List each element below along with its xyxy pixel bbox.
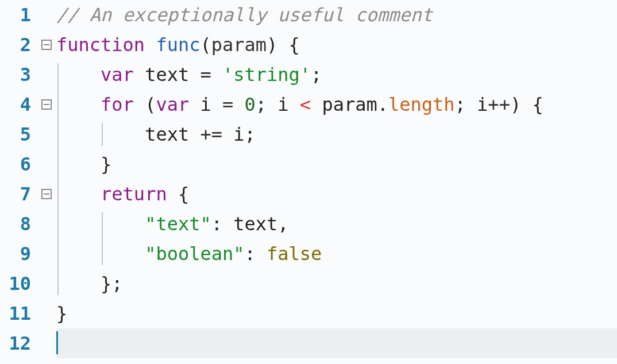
code-token: i [189,94,222,115]
code-token: var [101,64,134,86]
line-number: 6 [0,149,37,179]
code-token: } [56,153,111,175]
code-token: text [134,64,200,86]
code-token: text [56,123,200,145]
fold-cell [37,269,56,299]
code-line[interactable]: "boolean": false [56,239,617,269]
code-line[interactable]: text += i; [56,119,617,149]
line-number-gutter: 123456789101112 [0,0,37,364]
code-line[interactable]: for (var i = 0; i < param.length; i++) { [56,90,617,119]
code-token: 'string' [222,64,311,86]
code-token: : [245,243,267,265]
fold-cell [37,299,56,328]
line-number: 12 [0,328,37,358]
code-token [56,94,101,115]
fold-cell [37,0,56,30]
fold-cell [37,149,56,179]
code-token: func [156,34,200,56]
fold-cell [37,179,56,209]
code-token [56,183,101,205]
code-line[interactable]: function func(param) { [56,30,617,60]
code-line[interactable]: var text = 'string'; [56,60,617,90]
fold-cell [37,239,56,269]
code-line[interactable]: } [56,299,617,328]
code-token: 0 [245,94,256,115]
code-token: false [267,243,322,265]
code-token: "boolean" [145,243,244,265]
code-line[interactable]: }; [56,269,617,299]
code-token: ) { [510,94,543,115]
code-token: param. [311,94,388,115]
code-line[interactable]: } [56,149,617,179]
line-number: 11 [0,299,37,328]
line-number: 2 [0,30,37,60]
code-token: : text, [211,213,289,235]
code-token [145,34,156,56]
line-number: 7 [0,179,37,209]
fold-cell [37,209,56,239]
code-token: return [101,183,167,205]
fold-gutter [37,0,56,364]
fold-toggle-icon[interactable] [41,40,52,50]
line-number: 5 [0,119,37,149]
code-token: // An exceptionally useful comment [56,4,433,26]
fold-toggle-icon[interactable] [41,99,52,110]
code-token: var [156,94,189,115]
code-line[interactable]: "text": text, [56,209,617,239]
code-token [56,213,145,235]
code-token: for [101,94,134,115]
fold-cell [37,328,56,358]
code-token: ; i [256,94,300,115]
fold-cell [37,119,56,149]
code-token: = [222,94,233,115]
code-token: ; i [455,94,488,115]
code-token [56,243,145,265]
code-line[interactable] [56,328,617,358]
code-token [233,94,244,115]
code-line[interactable]: return { [56,179,617,209]
code-token: ( [200,34,211,56]
fold-toggle-icon[interactable] [41,189,52,199]
code-token: param [211,34,267,56]
code-token: function [56,34,145,56]
line-number: 10 [0,269,37,299]
text-cursor [56,331,58,354]
fold-cell [37,60,56,90]
fold-cell [37,90,56,119]
code-token: += [200,123,222,145]
code-area[interactable]: // An exceptionally useful commentfuncti… [56,0,617,364]
line-number: 8 [0,209,37,239]
code-token: }; [56,273,123,295]
fold-cell [37,30,56,60]
code-token: = [200,64,211,86]
code-token: ++ [488,94,510,115]
code-token [211,64,222,86]
line-number: 4 [0,90,37,119]
code-token: ) { [267,34,300,56]
code-token: < [300,94,311,115]
code-line[interactable]: // An exceptionally useful comment [56,0,617,30]
code-token: length [388,94,455,115]
code-editor[interactable]: 123456789101112 // An exceptionally usef… [0,0,617,364]
line-number: 3 [0,60,37,90]
code-token: ( [134,94,156,115]
code-token [56,64,101,86]
code-token: ; [311,64,322,86]
code-token: i; [222,123,256,145]
line-number: 1 [0,0,37,30]
code-token: "text" [145,213,211,235]
code-token: { [167,183,190,205]
line-number: 9 [0,239,37,269]
code-token: } [56,303,67,324]
